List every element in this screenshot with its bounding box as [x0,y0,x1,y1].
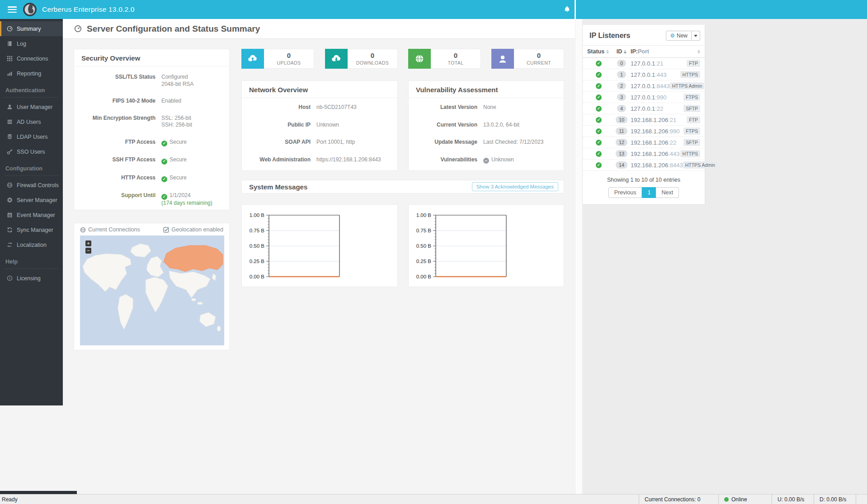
listener-row[interactable]: 1 127.0.0.1:443 HTTPS [583,69,705,80]
cloud-download-icon [325,49,348,69]
notifications-bell-icon[interactable] [563,5,571,13]
listener-row[interactable]: 14 192.168.1.206:8443 HTTPS Admin [583,160,705,171]
key-icon [6,149,13,155]
menu-icon[interactable] [8,6,17,13]
status-ok-icon [596,151,602,157]
security-row-ftp-access: FTP Access Secure [74,139,229,146]
sidebar-item-firewall-controls[interactable]: Firewall Controls [0,178,63,193]
ip-listeners-title: IP Listeners [589,32,630,40]
sidebar-item-log[interactable]: Log [0,36,63,51]
sidebar-item-reporting[interactable]: Reporting [0,66,63,81]
new-listener-button[interactable]: ⚙ New [666,31,692,41]
sidebar-item-sso-users[interactable]: SSO Users [0,144,63,159]
security-row-ssh-ftp-access: SSH FTP Access Secure [74,156,229,164]
sidebar-section-authentication: Authentication [5,85,58,98]
check-circle-icon [161,141,167,146]
geolocation-status: Geolocation enabled [163,226,223,233]
sidebar-item-server-manager[interactable]: Server Manager [0,193,63,207]
sidebar-item-ldap-users[interactable]: LDAP Users [0,129,63,144]
throughput-chart-2: 1.00 B0.75 B0.50 B0.25 B0.00 B [408,204,564,287]
sidebar-label: LDAP Users [17,134,48,140]
network-row-web-admin: Web Administrationhttps://192.168.1.206:… [242,156,397,164]
svg-text:0.00 B: 0.00 B [250,274,265,279]
check-circle-icon [161,194,167,200]
user-icon [491,49,514,69]
sidebar-section-help: Help [5,257,58,269]
listener-ip-port: 127.0.0.1:8443 HTTPS Admin [631,82,704,89]
status-spacer [856,495,867,504]
swap-arrows-icon [6,242,13,248]
top-bar: Cerberus Enterprise 13.0.2.0 [0,0,867,19]
world-map[interactable]: + − [80,236,224,345]
column-id[interactable]: ID [613,48,631,55]
log-journal-icon [6,41,13,47]
gauge-icon [6,26,13,32]
sidebar-item-localization[interactable]: Localization [0,237,63,252]
status-online: Online [718,495,772,504]
new-listener-button-group: ⚙ New [666,31,700,41]
sidebar-bottom-strip [0,491,77,494]
listener-id-badge: 11 [616,127,627,135]
throughput-chart-1: 1.00 B0.75 B0.50 B0.25 B0.00 B [241,204,398,287]
table-entries-summary: Showing 1 to 10 of 10 entries [583,177,705,183]
listener-row[interactable]: 13 192.168.1.206:443 HTTPS [583,148,705,160]
protocol-badge: FTPS [683,94,700,101]
sidebar-item-summary[interactable]: Summary [0,21,63,36]
status-ok-icon [596,162,602,168]
listeners-table-body: 0 127.0.0.1:21 FTP 1 127.0.0.1:443 HTTPS… [583,58,705,171]
listener-row[interactable]: 2 127.0.0.1:8443 HTTPS Admin [583,80,705,92]
sidebar-item-connections[interactable]: Connections [0,51,63,66]
previous-page-button[interactable]: Previous [608,187,642,198]
sidebar-label: AD Users [17,119,41,125]
sidebar-label: Sync Manager [17,227,53,233]
map-zoom-out-button[interactable]: − [85,248,91,254]
globe-icon [80,227,86,233]
sidebar-item-licensing[interactable]: Licensing [0,271,63,286]
listener-id-badge: 10 [616,116,627,123]
status-ready: Ready [0,496,18,503]
listener-id-badge: 0 [617,60,626,67]
column-ip-port[interactable]: IP:Port [631,48,700,55]
sidebar-label: Connections [17,56,48,62]
sidebar-label: User Manager [17,104,52,110]
listener-ip-port: 192.168.1.206:990 FTPS [631,127,700,135]
column-status[interactable]: Status [587,48,613,55]
main-scrollbar[interactable] [575,19,582,494]
listener-row[interactable]: 0 127.0.0.1:21 FTP [583,58,705,69]
sidebar-item-event-manager[interactable]: Event Manager [0,207,63,222]
globe-icon [408,49,431,69]
right-sidebar-region: IP Listeners ⚙ New Status ID IP: [582,19,867,494]
map-header: Current Connections [80,226,140,233]
listener-id-badge: 13 [616,150,627,157]
listener-row[interactable]: 4 127.0.0.1:22 SFTP [583,103,705,114]
listener-row[interactable]: 10 192.168.1.206:21 FTP [583,114,705,126]
next-page-button[interactable]: Next [656,187,679,198]
listener-row[interactable]: 3 127.0.0.1:990 FTPS [583,92,705,103]
user-icon [6,104,13,110]
listener-id-badge: 2 [617,82,626,89]
sort-icon [697,50,700,54]
svg-text:0.75 B: 0.75 B [416,228,432,233]
listener-row[interactable]: 12 192.168.1.206:22 SFTP [583,137,705,148]
uploads-stat-card: 0UPLOADS [241,49,314,69]
sidebar-label: Reporting [17,71,41,77]
cerberus-logo-icon [23,3,37,16]
sidebar-label: Summary [17,26,41,32]
new-listener-dropdown-button[interactable] [692,31,700,41]
listener-ip-port: 192.168.1.206:443 HTTPS [631,150,700,157]
app-title: Cerberus Enterprise 13.0.2.0 [42,5,135,14]
sync-arrows-icon [6,227,13,233]
sidebar-item-sync-manager[interactable]: Sync Manager [0,222,63,237]
security-row-ssl-tls: SSL/TLS Status Configured2048-bit RSA [74,74,229,88]
sidebar-item-user-manager[interactable]: User Manager [0,99,63,114]
listener-row[interactable]: 11 192.168.1.206:990 FTPS [583,126,705,137]
page-1-button[interactable]: 1 [642,187,656,198]
sort-icon-active [624,50,627,54]
listener-id-badge: 12 [616,139,627,146]
show-acknowledged-messages-button[interactable]: Show 3 Acknowledged Messages [472,182,558,191]
sidebar-item-ad-users[interactable]: AD Users [0,114,63,129]
system-messages-panel: System Messages Show 3 Acknowledged Mess… [241,180,564,193]
svg-text:0.25 B: 0.25 B [250,259,265,264]
map-zoom-in-button[interactable]: + [85,240,91,246]
status-ok-icon [596,94,602,100]
